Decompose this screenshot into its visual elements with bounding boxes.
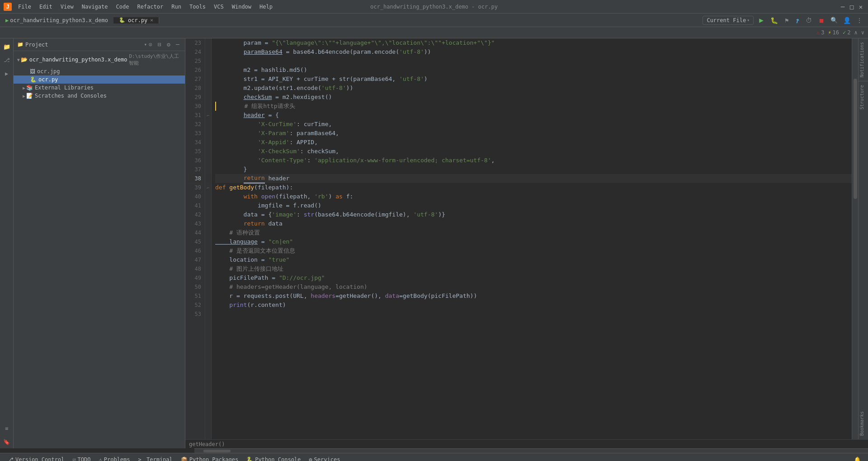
warning-count-badge[interactable]: ⚡ 16 <box>828 29 839 36</box>
check-count-badge[interactable]: ✓ 2 <box>843 29 850 36</box>
menu-window[interactable]: Window <box>228 3 255 11</box>
menu-vcs[interactable]: VCS <box>210 3 227 11</box>
menu-help[interactable]: Help <box>256 3 276 11</box>
menu-file[interactable]: File <box>14 3 35 11</box>
code-line-38: return header <box>215 174 852 183</box>
event-log-button[interactable]: 🔔 <box>850 456 864 461</box>
todo-label: TODO <box>78 456 91 461</box>
run-config-dropdown[interactable]: Current File ▾ <box>703 16 754 25</box>
project-view-icon[interactable]: 📁 <box>0 40 13 53</box>
tree-item-external-libs[interactable]: ▶ 📚 External Libraries <box>14 84 185 92</box>
structure-icon-left[interactable]: ≡ <box>0 422 13 435</box>
code-editor[interactable]: param = "{\"language\":\""+language+"\",… <box>212 38 852 439</box>
editor-scrollbar[interactable] <box>852 38 858 439</box>
avatar-button[interactable]: 👤 <box>842 15 852 25</box>
problems-button[interactable]: ⚠ Problems <box>95 456 134 461</box>
commit-icon[interactable]: ⎇ <box>0 54 13 66</box>
window-title: ocr_handwriting_python3.x_demo - ocr.py <box>370 4 498 10</box>
menu-tools[interactable]: Tools <box>186 3 209 11</box>
tree-root[interactable]: ▼ 📂 ocr_handwriting_python3.x_demo D:\st… <box>14 52 185 67</box>
tree-item-ocr-py[interactable]: 🐍 ocr.py <box>14 75 185 84</box>
code-line-30: # 组装http请求头 <box>215 102 852 111</box>
code-line-26: m2 = hashlib.md5() <box>215 66 852 75</box>
code-line-44: # 语种设置 <box>215 228 852 237</box>
profiler-button[interactable]: ⏱ <box>804 15 814 25</box>
tree-item-scratches[interactable]: ▶ 📝 Scratches and Consoles <box>14 92 185 100</box>
notifications-panel[interactable]: Notifications <box>859 38 868 81</box>
project-tab[interactable]: ▶ ocr_handwriting_python3.x_demo <box>0 17 113 24</box>
image-file-icon: 🖼 <box>30 68 35 75</box>
menu-refactor[interactable]: Refactor <box>133 3 167 11</box>
structure-panel[interactable]: Structure <box>859 81 868 113</box>
code-line-37: } <box>215 165 852 174</box>
locate-icon[interactable]: ⊙ <box>147 41 154 48</box>
external-libs-label: External Libraries <box>35 85 94 91</box>
fold-gutter: ⌐ ⌐ <box>205 38 212 439</box>
code-line-46: # 是否返回文本位置信息 <box>215 246 852 255</box>
error-icon: ⚠ <box>816 29 820 36</box>
todo-button[interactable]: ☑ TODO <box>69 456 94 461</box>
tree-expand-arrow: ▼ <box>17 57 20 62</box>
python-packages-icon: 📦 <box>181 456 188 461</box>
python-packages-button[interactable]: 📦 Python Packages <box>177 456 242 461</box>
menu-view[interactable]: View <box>57 3 77 11</box>
collapse-button[interactable]: ∧ <box>854 29 858 36</box>
panel-minimize-icon[interactable]: ─ <box>174 41 181 48</box>
version-control-icon: ⎇ <box>7 456 14 461</box>
file-tab-ocr[interactable]: 🐍 ocr.py ✕ <box>113 17 159 24</box>
problems-label: Problems <box>104 456 130 461</box>
code-line-35: 'X-CheckSum': checkSum, <box>215 147 852 156</box>
terminal-button[interactable]: >_ Terminal <box>135 456 176 461</box>
version-control-button[interactable]: ⎇ Version Control <box>4 456 68 461</box>
scroll-thumb[interactable] <box>854 79 857 199</box>
stop-button[interactable]: ■ <box>816 15 826 25</box>
tree-item-ocr-jpg[interactable]: 🖼 ocr.jpg <box>14 67 185 75</box>
minimize-button[interactable]: ─ <box>839 3 846 10</box>
bookmarks-icon-left[interactable]: 🔖 <box>0 436 13 448</box>
menu-run[interactable]: Run <box>168 3 185 11</box>
ocr-jpg-label: ocr.jpg <box>37 68 60 75</box>
collapse-all-icon[interactable]: ⊟ <box>156 41 163 48</box>
coverage-button[interactable]: ⚑ <box>782 15 792 25</box>
debug-button[interactable]: 🐛 <box>769 15 779 25</box>
tab-close-button[interactable]: ✕ <box>150 17 153 23</box>
close-button[interactable]: ✕ <box>857 3 864 10</box>
error-count-badge[interactable]: ⚠ 3 <box>816 29 824 36</box>
code-line-45: language = "cn|en" <box>215 237 852 246</box>
bookmarks-panel[interactable]: Bookmarks <box>859 408 868 439</box>
bottom-toolbar: ⎇ Version Control ☑ TODO ⚠ Problems >_ T… <box>0 453 868 461</box>
menu-bar: File Edit View Navigate Code Refactor Ru… <box>14 3 276 11</box>
horizontal-scrollbar[interactable] <box>194 448 868 453</box>
panel-header: 📁 Project ▾ ⊙ ⊟ ⚙ ─ <box>14 38 185 51</box>
right-panel-container: Notifications Structure Bookmarks <box>858 38 868 439</box>
more-button[interactable]: ⋮ <box>854 15 864 25</box>
menu-navigate[interactable]: Navigate <box>78 3 112 11</box>
project-root-path: D:\study\作业\人工智能 <box>129 53 183 66</box>
app-logo: J <box>4 3 12 11</box>
code-line-41: imgfile = f.read() <box>215 201 852 210</box>
todo-icon: ☑ <box>72 456 75 461</box>
code-line-36: 'Content-Type': 'application/x-www-form-… <box>215 156 852 165</box>
menu-code[interactable]: Code <box>113 3 133 11</box>
event-log-icon: 🔔 <box>854 456 861 461</box>
code-line-48: # 图片上传接口地址 <box>215 264 852 273</box>
menu-edit[interactable]: Edit <box>36 3 56 11</box>
maximize-button[interactable]: □ <box>848 3 855 10</box>
search-button[interactable]: 🔍 <box>829 15 839 25</box>
scratches-label: Scratches and Consoles <box>35 93 107 99</box>
expand-button[interactable]: ∨ <box>861 29 864 36</box>
file-tree: ▼ 📂 ocr_handwriting_python3.x_demo D:\st… <box>14 51 185 448</box>
panel-settings-icon[interactable]: ⚙ <box>165 41 172 48</box>
code-line-47: location = "true" <box>215 255 852 264</box>
run-button[interactable]: ▶ <box>756 15 766 25</box>
services-button[interactable]: ⚙ Services <box>305 456 344 461</box>
code-line-25 <box>215 56 852 66</box>
ext-libs-arrow: ▶ <box>23 85 25 90</box>
editor-area: 23 24 25 26 27 28 29 30 31 32 33 34 35 3… <box>185 38 868 448</box>
run-icon-left[interactable]: ▶ <box>0 67 13 80</box>
python-console-button[interactable]: 🐍 Python Console <box>243 456 304 461</box>
error-count: 3 <box>821 29 824 36</box>
problems-icon: ⚠ <box>99 456 102 461</box>
h-scroll-thumb[interactable] <box>203 450 231 452</box>
code-line-28: m2.update(str1.encode('utf-8')) <box>215 84 852 93</box>
